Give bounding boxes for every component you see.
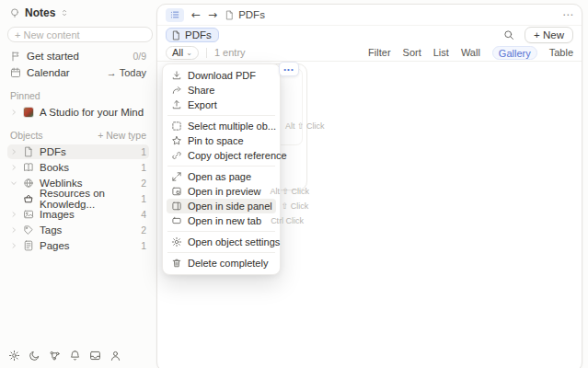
calendar-icon: [10, 67, 21, 78]
menu-item-export[interactable]: Export: [167, 98, 276, 112]
chevron-down-icon[interactable]: [10, 179, 17, 187]
menu-item-share[interactable]: Share: [167, 83, 276, 98]
space-icon: [9, 7, 20, 18]
object-count: 1: [141, 162, 146, 173]
trash-icon: [171, 258, 182, 269]
sidebar-item-tags[interactable]: Tags 2: [7, 223, 149, 237]
menu-item-open-in-new-tab[interactable]: Open in new tab Ctrl Click: [167, 213, 276, 228]
menu-item-open-object-settings[interactable]: Open object settings: [167, 235, 276, 249]
menu-item-pin-to-space[interactable]: Pin to space: [167, 133, 276, 148]
sidebar-item-resources[interactable]: Resources on Knowledg... 1: [7, 191, 149, 206]
collection-search-button[interactable]: [502, 29, 514, 41]
menu-item-open-in-preview[interactable]: Open in preview Alt ⇧ Click: [167, 184, 276, 199]
tab-list[interactable]: List: [433, 47, 449, 58]
tab-sort[interactable]: Sort: [403, 47, 421, 58]
menu-item-open-in-side-panel[interactable]: Open in side panel ⇧ Click: [167, 199, 276, 213]
sidebar: Notes Get started 0/9 Calendar → Today P…: [0, 0, 156, 368]
link-icon: [171, 150, 182, 161]
filter-dropdown[interactable]: All ⌄: [166, 46, 199, 60]
breadcrumb[interactable]: PDFs: [225, 9, 265, 20]
card-more-button[interactable]: •••: [279, 62, 299, 76]
chevron-right-icon[interactable]: [10, 109, 17, 116]
chevron-right-icon[interactable]: [10, 226, 17, 234]
sidebar-item-books[interactable]: Books 1: [7, 160, 149, 175]
sidebar-item-pages[interactable]: Pages 1: [7, 238, 149, 253]
search-icon: [503, 29, 514, 40]
page-icon: [23, 240, 34, 251]
menu-item-download-pdf[interactable]: Download PDF: [167, 68, 276, 83]
object-count: 2: [141, 224, 146, 236]
pdf-icon: [171, 30, 181, 40]
tab-gallery[interactable]: Gallery: [492, 46, 537, 60]
menu-item-select-multiple[interactable]: Select multiple ob... Alt ⇧ Click: [167, 119, 276, 133]
chevron-down-icon: ⌄: [186, 49, 192, 57]
entries-count: 1 entry: [214, 47, 246, 58]
settings-icon: [171, 236, 182, 247]
sidebar-toggle-button[interactable]: [166, 8, 184, 22]
bell-icon[interactable]: [69, 350, 81, 362]
tab-filter[interactable]: Filter: [368, 47, 390, 58]
filter-dropdown-value: All: [172, 47, 183, 58]
context-menu: Download PDF Share Export Select multipl…: [162, 63, 281, 275]
new-tab-icon: [171, 215, 182, 226]
forward-button[interactable]: →: [208, 8, 217, 21]
menu-item-open-as-page[interactable]: Open as page: [167, 169, 276, 184]
app-window: Notes Get started 0/9 Calendar → Today P…: [0, 0, 588, 368]
preview-icon: [171, 186, 182, 197]
sidebar-item-get-started[interactable]: Get started 0/9: [7, 49, 149, 63]
select-multiple-icon: [171, 121, 182, 132]
menu-item-delete-completely[interactable]: Delete completely: [167, 256, 276, 270]
tab-table[interactable]: Table: [549, 47, 573, 58]
back-button[interactable]: ←: [191, 8, 201, 21]
profile-icon[interactable]: [110, 350, 121, 362]
chevron-right-icon[interactable]: [10, 242, 17, 249]
main-panel: ← → PDFs ⋯ PDFs + New All ⌄: [156, 4, 582, 368]
title-actions: + New: [502, 27, 573, 43]
menu-item-copy-object-reference[interactable]: Copy object reference: [167, 148, 276, 163]
new-object-button[interactable]: + New: [525, 27, 573, 43]
new-content-input[interactable]: [7, 27, 153, 42]
view-controls-row: All ⌄ 1 entry Filter Sort List Wall Gall…: [157, 44, 582, 62]
space-switcher-icon[interactable]: [60, 8, 69, 17]
object-label: Tags: [40, 224, 62, 236]
studio-label: A Studio for your Mind: [40, 107, 144, 118]
expand-icon: [171, 171, 182, 182]
view-tabs: Filter Sort List Wall Gallery Table: [368, 46, 573, 60]
export-icon: [171, 99, 182, 110]
menu-divider: [167, 231, 275, 232]
object-count: 2: [141, 178, 146, 189]
space-header[interactable]: Notes: [7, 6, 149, 19]
object-label: Books: [40, 162, 69, 173]
title-row: PDFs + New: [157, 26, 582, 44]
object-count: 1: [141, 193, 146, 204]
panel-header: ← → PDFs ⋯: [157, 5, 582, 26]
resources-icon: [23, 193, 34, 204]
sidebar-item-pdfs[interactable]: PDFs 1: [7, 144, 149, 159]
menu-divider: [167, 252, 275, 253]
moon-icon[interactable]: [29, 350, 40, 362]
sidebar-item-studio[interactable]: A Studio for your Mind: [7, 105, 149, 120]
image-icon: [23, 209, 34, 220]
gear-icon[interactable]: [8, 350, 20, 362]
chevron-right-icon[interactable]: [10, 211, 17, 218]
header-more-button[interactable]: ⋯: [562, 8, 573, 21]
chevron-right-icon[interactable]: [10, 148, 17, 155]
title-chip-label: PDFs: [185, 29, 212, 40]
inbox-icon[interactable]: [89, 350, 101, 362]
object-label: PDFs: [40, 146, 66, 157]
arrow-right-icon: →: [107, 67, 117, 78]
studio-icon: [23, 107, 34, 118]
new-type-button[interactable]: + New type: [98, 130, 146, 141]
sidebar-search-row: [7, 27, 149, 42]
sidebar-item-calendar[interactable]: Calendar → Today: [7, 65, 149, 80]
pdf-icon: [23, 146, 34, 157]
pdfs-title-chip[interactable]: PDFs: [166, 28, 219, 42]
book-icon: [23, 162, 34, 173]
object-label: Pages: [40, 240, 70, 251]
widget-list-icon: [169, 9, 180, 20]
object-label: Resources on Knowledg...: [40, 188, 135, 210]
chevron-right-icon[interactable]: [10, 164, 17, 171]
graph-icon[interactable]: [49, 350, 61, 362]
calendar-today[interactable]: → Today: [107, 67, 146, 78]
tab-wall[interactable]: Wall: [461, 47, 480, 58]
